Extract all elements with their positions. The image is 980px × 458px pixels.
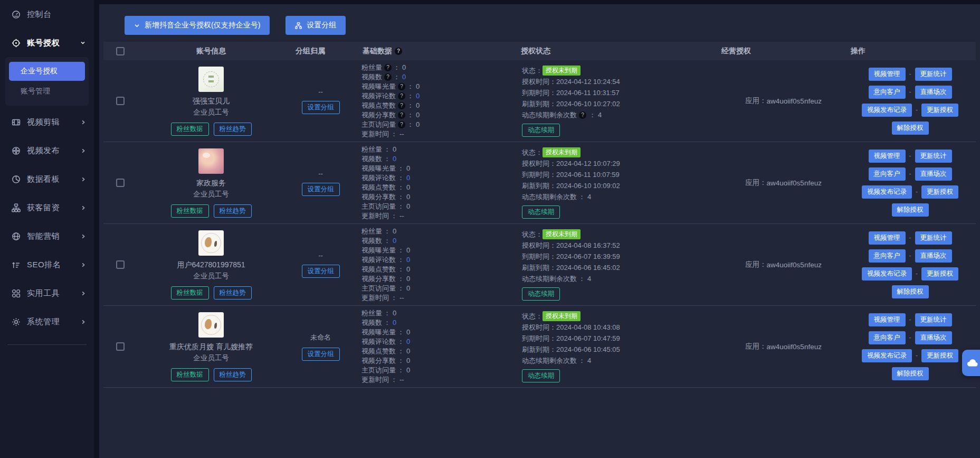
sidebar-item-account-auth[interactable]: 账号授权 [0, 29, 94, 57]
set-group-button[interactable]: 设置分组 [302, 101, 340, 114]
update-auth-button[interactable]: 更新授权 [921, 185, 958, 199]
sidebar-item-console[interactable]: 控制台 [0, 0, 94, 29]
stat-value: 0 [406, 202, 410, 211]
auth-status-cell: 状态： 授权未到期 授权时间： 2024-04-12 10:07:29 到期时间… [515, 142, 715, 223]
auth-status-cell: 状态： 授权未到期 授权时间： 2024-04-12 10:24:54 到期时间… [515, 60, 715, 142]
fans-data-button[interactable]: 粉丝数据 [171, 368, 209, 381]
help-icon[interactable]: ? [398, 102, 405, 109]
publish-records-button[interactable]: 视频发布记录 [862, 104, 912, 117]
row-checkbox[interactable] [116, 179, 125, 187]
action-separator: - [909, 70, 911, 78]
colon: ： [578, 191, 585, 202]
sidebar-item-lead-capture[interactable]: 获客留资 [0, 193, 94, 222]
add-auth-button[interactable]: 新增抖音企业号授权(仅支持企业号) [125, 16, 270, 35]
sidebar-item-data-board[interactable]: 数据看板 [0, 165, 94, 193]
video-manage-button[interactable]: 视频管理 [869, 231, 906, 245]
colon: ： [397, 366, 404, 375]
intent-customer-button[interactable]: 意向客户 [869, 331, 906, 344]
update-stats-button[interactable]: 更新统计 [915, 231, 952, 245]
sidebar-item-enterprise-auth[interactable]: 企业号授权 [9, 62, 85, 81]
video-manage-button[interactable]: 视频管理 [869, 149, 906, 163]
help-icon[interactable]: ? [398, 92, 405, 100]
sidebar-item-system-manage[interactable]: 系统管理 [0, 307, 94, 336]
help-icon[interactable]: ? [398, 83, 405, 90]
colon: ： [407, 110, 414, 120]
publish-records-button[interactable]: 视频发布记录 [862, 349, 912, 362]
set-group-button[interactable]: 设置分组 [302, 183, 340, 196]
intent-customer-button[interactable]: 意向客户 [869, 249, 906, 263]
help-icon[interactable]: ? [398, 111, 405, 119]
dynamic-renew-button[interactable]: 动态续期 [522, 205, 560, 219]
fans-data-button[interactable]: 粉丝数据 [171, 286, 209, 300]
update-stats-button[interactable]: 更新统计 [915, 313, 952, 326]
action-separator: - [916, 106, 918, 114]
set-group-toolbar-button[interactable]: 设置分组 [286, 16, 346, 35]
publish-records-button[interactable]: 视频发布记录 [862, 267, 912, 281]
chevron-right-icon [79, 118, 87, 126]
help-icon[interactable]: ? [398, 121, 405, 128]
sidebar-item-utilities[interactable]: 实用工具 [0, 279, 94, 307]
help-icon[interactable]: ? [384, 73, 392, 81]
update-auth-button[interactable]: 更新授权 [921, 349, 958, 362]
update-stats-button[interactable]: 更新统计 [915, 68, 952, 81]
intent-customer-button[interactable]: 意向客户 [869, 167, 906, 181]
dynamic-renew-button[interactable]: 动态续期 [522, 369, 560, 382]
live-sessions-button[interactable]: 直播场次 [915, 86, 952, 99]
video-manage-button[interactable]: 视频管理 [869, 313, 906, 326]
live-sessions-button[interactable]: 直播场次 [915, 331, 952, 344]
stat-value: 0 [393, 309, 396, 318]
row-checkbox[interactable] [116, 260, 125, 269]
account-type: 企业员工号 [193, 352, 229, 364]
group-name: -- [318, 88, 323, 96]
header-actions: 操作 [844, 46, 976, 56]
set-group-button[interactable]: 设置分组 [302, 265, 340, 278]
colon: ： [384, 227, 391, 236]
fans-trend-button[interactable]: 粉丝趋势 [214, 286, 252, 300]
fans-trend-button[interactable]: 粉丝趋势 [214, 123, 252, 136]
stat-value: 0 [406, 255, 410, 265]
remove-auth-button[interactable]: 解除授权 [892, 203, 929, 217]
help-icon[interactable]: ? [384, 64, 392, 71]
dynamic-renew-button[interactable]: 动态续期 [522, 287, 560, 301]
dynamic-renew-button[interactable]: 动态续期 [522, 124, 560, 137]
sidebar-item-video-publish[interactable]: 视频发布 [0, 136, 94, 165]
update-auth-button[interactable]: 更新授权 [921, 267, 958, 281]
basic-data-cell: 粉丝量 ? ： 0 视频数 ? ： 0 [356, 60, 515, 142]
stat-line: 视频评论数 ? ： 0 [361, 255, 515, 265]
sidebar-item-video-edit[interactable]: 视频剪辑 [0, 108, 94, 136]
stat-line: 视频分享数 ? ： 0 [361, 274, 515, 284]
row-checkbox[interactable] [116, 97, 125, 105]
action-separator: - [916, 188, 918, 195]
fans-trend-button[interactable]: 粉丝趋势 [214, 368, 252, 381]
help-icon[interactable]: ? [579, 111, 586, 119]
update-auth-button[interactable]: 更新授权 [921, 104, 958, 117]
colon: ： [397, 164, 404, 173]
fans-trend-button[interactable]: 粉丝趋势 [214, 204, 252, 218]
update-stats-button[interactable]: 更新统计 [915, 149, 952, 163]
row-checkbox[interactable] [116, 342, 125, 351]
stat-value: 0 [416, 101, 420, 110]
fans-data-button[interactable]: 粉丝数据 [171, 123, 209, 136]
update-time-line: 更新时间 ： -- [361, 293, 515, 303]
cloud-icon [966, 356, 979, 370]
set-group-button[interactable]: 设置分组 [302, 348, 340, 361]
basic-data-cell: 粉丝量 ? ： 0 视频数 ? ： 0 [356, 306, 515, 387]
live-sessions-button[interactable]: 直播场次 [915, 249, 952, 263]
remove-auth-button[interactable]: 解除授权 [892, 367, 929, 380]
publish-records-button[interactable]: 视频发布记录 [862, 185, 912, 199]
video-manage-button[interactable]: 视频管理 [869, 68, 906, 81]
colon: ： [397, 356, 404, 366]
customer-service-float-button[interactable] [962, 350, 980, 376]
live-sessions-button[interactable]: 直播场次 [915, 167, 952, 181]
account-avatar [198, 67, 224, 92]
select-all-checkbox[interactable] [116, 47, 125, 55]
fans-data-button[interactable]: 粉丝数据 [171, 204, 209, 218]
intent-customer-button[interactable]: 意向客户 [869, 86, 906, 99]
sidebar-item-smart-marketing[interactable]: 智能营销 [0, 222, 94, 250]
update-time-label: 更新时间 [361, 211, 389, 221]
remove-auth-button[interactable]: 解除授权 [892, 285, 929, 298]
remove-auth-button[interactable]: 解除授权 [892, 121, 929, 135]
sidebar-item-seo-rank[interactable]: SEO排名 [0, 250, 94, 279]
help-icon[interactable]: ? [395, 48, 402, 55]
sidebar-item-account-manage[interactable]: 账号管理 [9, 82, 85, 101]
